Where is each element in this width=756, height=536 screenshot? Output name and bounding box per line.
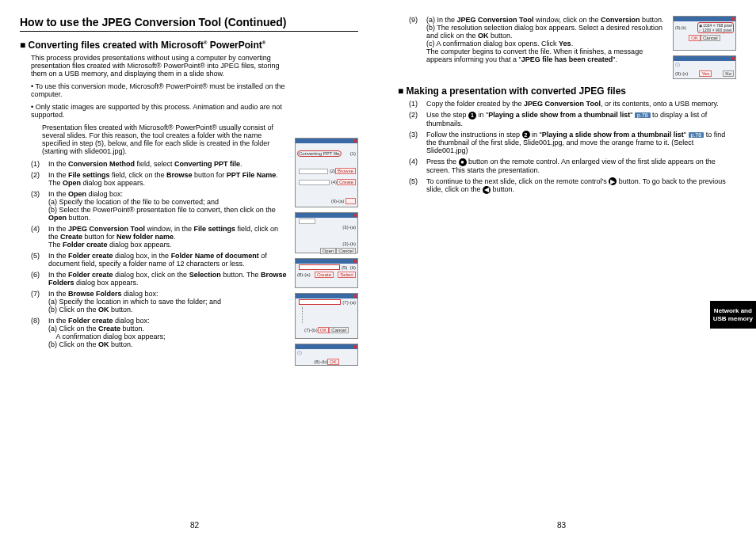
step-9: (9) (a) In the JPEG Conversion Tool wind… (409, 16, 666, 63)
mstep-4: (4) Press the ● button on the remote con… (409, 158, 736, 174)
mstep-5: (5) To continue to the next slide, click… (409, 177, 736, 194)
bullet-2: • Only static images are supported by th… (31, 103, 288, 119)
left-button-icon: ◀ (483, 186, 491, 194)
mstep-1: (1) Copy the folder created by the JPEG … (409, 100, 736, 108)
step-2-icon: 2 (522, 131, 530, 139)
step-6: (6) In the Folder create dialog box, cli… (31, 271, 288, 287)
side-tab: Network andUSB memory (710, 301, 756, 329)
page-number-left: 82 (190, 521, 199, 530)
page-ref: p.78 (689, 132, 704, 138)
intro-text: This process provides presentations with… (31, 54, 288, 78)
section-heading-b: ■ Making a presentation with converted J… (398, 86, 736, 97)
figure-open-dialog: (3)-(a) (3)-(b) OpenCancel (295, 212, 358, 253)
bullet-1: • To use this conversion mode, Microsoft… (31, 82, 288, 98)
step-7: (7) In the Browse Folders dialog box: (a… (31, 290, 288, 314)
step-8: (8) In the Folder create dialog box: (a)… (31, 317, 288, 348)
step-5: (5) In the Folder create dialog box, in … (31, 252, 288, 268)
step-4: (4) In the JPEG Conversion Tool window, … (31, 225, 288, 249)
figure-browse-folders: (7)-(a) (7)-(b)OKCancel (295, 293, 358, 339)
section-heading: ■ Converting files created with Microsof… (20, 40, 358, 51)
note-text: Presentation files created with Microsof… (42, 124, 288, 155)
mstep-3: (3) Follow the instructions in step 2 in… (409, 131, 736, 155)
right-button-icon: ▶ (609, 177, 617, 185)
figure-folder-create: (5) (6) (8)-(a)CreateSelect (295, 258, 358, 288)
page-ref: p.78 (635, 112, 651, 118)
step-1-icon: 1 (468, 112, 476, 120)
mstep-2: (2) Use the step 1 in "Playing a slide s… (409, 111, 736, 127)
step-2: (2) In the File settings field, click on… (31, 171, 288, 187)
figure-conversion-tool: Converting PPT file(1) (2) Browse (4) Cr… (295, 138, 358, 207)
figure-yes-no-dialog: ⓘ (9)-(c)YesNo (673, 55, 736, 79)
page-title: How to use the JPEG Conversion Tool (Con… (20, 16, 358, 32)
enter-button-icon: ● (459, 158, 467, 166)
step-3: (3) In the Open dialog box: (a) Specify … (31, 190, 288, 222)
figure-confirm-dialog: ⓘ (8)-(b)OK (295, 344, 358, 366)
figure-resolution-dialog: (9)-(b) ◉ 1024 × 768 pixel○ 1200 × 900 p… (673, 16, 736, 51)
step-1: (1) In the Conversion Method field, sele… (31, 160, 288, 168)
page-number-right: 83 (557, 521, 566, 530)
